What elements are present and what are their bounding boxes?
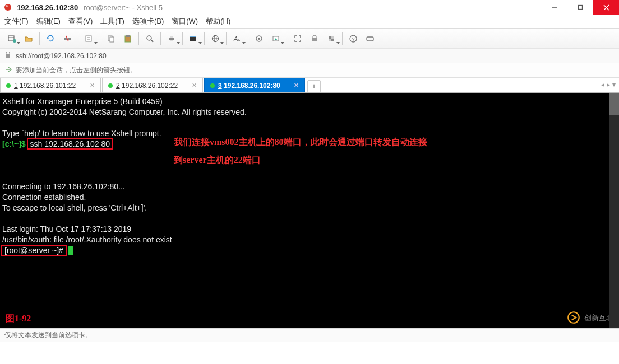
tab-session-3-active[interactable]: 3 192.168.26.102:80 ✕ [204,78,305,92]
menu-view[interactable]: 查看(V) [68,16,93,26]
terminal-line: Xshell for Xmanager Enterprise 5 (Build … [2,96,617,107]
menu-bar: 文件(F) 编辑(E) 查看(V) 工具(T) 选项卡(B) 窗口(W) 帮助(… [0,15,619,29]
paste-button[interactable] [121,31,135,46]
svg-point-8 [13,39,16,43]
tab-prev-icon[interactable]: ◂ [601,81,604,88]
status-dot-icon [108,83,113,88]
status-text: 仅将文本发送到当前选项卡。 [4,330,92,340]
tab-index: 1 [14,82,18,90]
properties-button[interactable] [82,31,96,46]
terminal-scrollbar[interactable] [609,93,619,328]
transparency-button[interactable] [324,31,339,46]
menu-edit[interactable]: 编辑(E) [36,16,61,26]
tab-label: 192.168.26.101:22 [20,82,76,90]
separator [100,32,100,45]
menu-file[interactable]: 文件(F) [4,16,29,26]
tab-next-icon[interactable]: ▸ [607,81,610,88]
status-bar: 仅将文本发送到当前选项卡。 [0,328,619,342]
separator [78,32,78,45]
minimize-button[interactable] [542,0,567,15]
terminal-line: Connection established. [2,192,617,203]
menu-help[interactable]: 帮助(H) [206,16,230,26]
menu-tabs[interactable]: 选项卡(B) [132,16,164,26]
open-session-button[interactable] [21,31,36,46]
annotation-text-1: 我们连接vms002主机上的80端口，此时会通过端口转发自动连接 [174,137,427,147]
separator [138,32,139,45]
terminal-line: /usr/bin/xauth: file /root/.Xauthority d… [2,235,617,245]
separator [248,32,248,45]
status-dot-icon [210,83,215,88]
svg-rect-34 [312,38,317,41]
svg-rect-37 [331,39,334,41]
toolbar: AA ? [0,29,619,49]
terminal-scrollthumb[interactable] [609,93,619,115]
window-title-sub: root@server:~ - Xshell 5 [84,3,163,12]
tab-close-icon[interactable]: ✕ [84,82,95,89]
window-title-main: 192.168.26.102:80 [17,3,78,12]
tab-strip: 1 192.168.26.101:22 ✕ 2 192.168.26.102:2… [0,78,619,93]
ssh-command-highlight: ssh 192.168.26.102 80 [28,139,112,148]
compose-button[interactable] [363,31,377,46]
terminal-line: Copyright (c) 2002-2014 NetSarang Comput… [2,107,617,118]
terminal-line: Last login: Thu Oct 17 17:37:13 2019 [2,224,617,235]
close-button[interactable] [593,0,619,15]
local-prompt: [c:\~]$ [2,139,26,148]
color-scheme-button[interactable] [186,31,201,46]
font-button[interactable]: AA [230,31,244,46]
svg-rect-22 [170,36,173,38]
lock-icon [4,52,11,60]
hint-text: 要添加当前会话，点击左侧的箭头按钮。 [16,66,137,75]
separator [226,32,227,45]
svg-rect-9 [64,38,67,40]
watermark-icon [566,310,581,325]
separator [287,32,287,45]
menu-tools[interactable]: 工具(T) [100,16,124,26]
lock-button[interactable] [307,31,322,46]
tab-index: 2 [116,82,120,90]
separator [39,32,40,45]
terminal[interactable]: Xshell for Xmanager Enterprise 5 (Build … [0,93,619,328]
tab-close-icon[interactable]: ✕ [186,82,197,89]
tab-session-1[interactable]: 1 192.168.26.101:22 ✕ [0,78,101,92]
file-transfer-button[interactable] [269,31,283,46]
tab-close-icon[interactable]: ✕ [288,82,299,89]
annotation-text-2: 到server主机的22端口 [174,155,261,165]
reconnect-button[interactable] [43,31,58,46]
tab-label: 192.168.26.102:80 [224,82,280,90]
svg-text:?: ? [352,36,355,42]
fullscreen-button[interactable] [290,31,305,46]
svg-point-19 [147,36,151,40]
tab-nav-arrows: ◂ ▸ ▾ [601,81,616,88]
menu-window[interactable]: 窗口(W) [172,16,198,26]
disconnect-button[interactable] [60,31,75,46]
tab-list-icon[interactable]: ▾ [612,81,616,88]
svg-rect-25 [190,36,196,37]
logging-button[interactable] [252,31,266,46]
print-button[interactable] [164,31,179,46]
separator [342,32,343,45]
copy-button[interactable] [104,31,118,46]
svg-rect-41 [6,54,10,58]
separator [160,32,161,45]
svg-point-1 [6,5,8,7]
svg-rect-40 [367,37,373,41]
svg-rect-36 [329,36,331,39]
title-bar: 192.168.26.102:80 root@server:~ - Xshell… [0,0,619,15]
svg-rect-10 [68,38,71,40]
maximize-button[interactable] [567,0,593,15]
tab-add-button[interactable]: + [307,80,321,92]
tab-session-2[interactable]: 2 192.168.26.102:22 ✕ [102,78,203,92]
address-url[interactable]: ssh://root@192.168.26.102:80 [16,52,107,60]
svg-rect-3 [579,6,583,10]
tab-index: 3 [218,82,222,90]
svg-point-0 [4,4,11,11]
svg-point-42 [568,312,579,323]
separator [182,32,183,45]
help-button[interactable]: ? [346,31,361,46]
tab-label: 192.168.26.102:22 [122,82,178,90]
find-button[interactable] [142,31,157,46]
new-session-button[interactable] [4,31,19,46]
svg-rect-18 [126,35,130,37]
add-session-icon[interactable] [4,66,12,75]
encoding-button[interactable] [208,31,223,46]
